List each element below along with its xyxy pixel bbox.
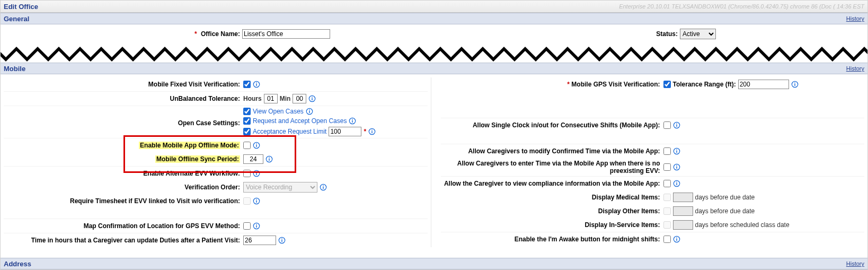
verification-order-label: Verification Order:	[4, 184, 243, 191]
acceptance-limit-link[interactable]: Acceptance Request Limit	[253, 128, 326, 135]
info-icon[interactable]	[265, 155, 273, 163]
office-name-input[interactable]	[242, 29, 330, 39]
map-confirm-checkbox[interactable]	[243, 222, 251, 230]
info-icon[interactable]	[673, 147, 680, 155]
required-asterisk: *	[364, 128, 366, 135]
section-mobile-header: Mobile History	[1, 63, 867, 74]
svg-rect-31	[256, 225, 256, 228]
enter-no-evv-label: Allow Caregivers to enter Time via the M…	[441, 160, 663, 175]
info-icon[interactable]	[308, 95, 316, 102]
svg-rect-41	[676, 123, 677, 124]
fixed-visit-checkbox[interactable]	[243, 81, 251, 88]
display-medical-checkbox	[663, 194, 671, 201]
info-icon[interactable]	[253, 81, 260, 88]
enable-alt-evv-label: Enable Alternate EVV Workflow:	[4, 170, 243, 177]
verification-order-select[interactable]: Voice Recording	[243, 182, 317, 193]
view-compliance-checkbox[interactable]	[663, 180, 671, 187]
offline-sync-input[interactable]	[243, 154, 263, 164]
display-medical-days-input	[673, 193, 693, 202]
days-before-class-text: days before scheduled class date	[695, 221, 790, 229]
display-inservice-label: Display In-Service Items:	[441, 221, 663, 229]
svg-rect-23	[256, 171, 256, 172]
info-icon[interactable]	[673, 163, 680, 171]
history-link-address[interactable]: History	[846, 260, 864, 267]
display-inservice-days-input	[673, 220, 693, 230]
info-icon[interactable]	[673, 180, 680, 187]
im-awake-checkbox[interactable]	[663, 236, 671, 243]
svg-rect-11	[352, 119, 353, 119]
svg-rect-25	[323, 187, 323, 189]
hours-input[interactable]	[264, 94, 278, 103]
days-before-due-text: days before due date	[695, 207, 755, 215]
svg-rect-53	[676, 237, 677, 238]
unbalanced-label: UnBalanced Tolerance:	[4, 95, 243, 102]
enable-offline-label: Enable Mobile App Offline Mode:	[4, 142, 243, 149]
section-general-title: General	[4, 15, 29, 23]
section-general-header: General History	[1, 13, 867, 24]
status-select[interactable]: Active	[680, 29, 716, 39]
info-icon[interactable]	[349, 117, 356, 125]
system-info: Enterprise 20.10.01 TELXSANDBOXW01 (Chro…	[619, 3, 864, 10]
info-icon[interactable]	[253, 170, 260, 177]
open-case-settings-label: Open Case Settings:	[4, 108, 243, 127]
required-asterisk: *	[194, 30, 197, 38]
min-input[interactable]	[293, 94, 306, 103]
min-word: Min	[280, 95, 291, 102]
history-link-mobile[interactable]: History	[846, 65, 864, 72]
svg-rect-32	[256, 224, 256, 224]
svg-rect-22	[256, 173, 256, 175]
info-icon[interactable]	[253, 197, 260, 205]
svg-rect-17	[256, 143, 256, 144]
tolerance-range-input[interactable]	[738, 80, 789, 89]
acceptance-limit-checkbox[interactable]	[243, 128, 251, 135]
svg-rect-52	[676, 239, 677, 241]
display-other-days-input	[673, 206, 693, 216]
info-icon[interactable]	[673, 121, 680, 129]
info-icon[interactable]	[791, 81, 799, 88]
view-open-cases-link[interactable]: View Open Cases	[253, 108, 304, 115]
acceptance-limit-input[interactable]	[329, 127, 361, 136]
svg-rect-8	[309, 109, 309, 110]
display-other-label: Display Other Items:	[441, 207, 663, 215]
info-icon[interactable]	[673, 236, 680, 243]
fixed-visit-label: Mobile Fixed Visit Verification:	[4, 81, 243, 88]
svg-rect-5	[312, 97, 313, 97]
svg-rect-34	[281, 240, 282, 242]
svg-rect-46	[676, 167, 677, 169]
section-mobile-title: Mobile	[4, 65, 25, 73]
info-icon[interactable]	[320, 184, 327, 191]
svg-rect-10	[352, 120, 353, 123]
svg-rect-47	[676, 165, 677, 166]
required-asterisk: *	[567, 81, 570, 88]
svg-rect-20	[269, 157, 269, 158]
display-medical-label: Display Medical Items:	[441, 194, 663, 201]
require-timesheet-label: Require Timesheet if EVV linked to Visit…	[4, 197, 243, 205]
info-icon[interactable]	[368, 128, 376, 135]
svg-rect-4	[312, 98, 313, 100]
single-clock-label: Allow Single Clock in/out for Consecutiv…	[441, 121, 663, 129]
enable-offline-checkbox[interactable]	[243, 142, 251, 149]
request-accept-open-cases-link[interactable]: Request and Accept Open Cases	[253, 117, 347, 125]
content-cut-divider	[1, 43, 867, 63]
enter-no-evv-checkbox[interactable]	[663, 163, 671, 171]
duties-hours-input[interactable]	[243, 236, 276, 245]
enable-alt-evv-checkbox[interactable]	[243, 170, 251, 177]
display-inservice-checkbox	[663, 221, 671, 229]
info-icon[interactable]	[253, 222, 260, 230]
info-icon[interactable]	[278, 237, 286, 244]
single-clock-checkbox[interactable]	[663, 121, 671, 129]
info-icon[interactable]	[306, 108, 313, 115]
history-link-general[interactable]: History	[846, 15, 864, 22]
require-timesheet-checkbox	[243, 197, 251, 205]
view-open-cases-checkbox[interactable]	[243, 108, 251, 115]
info-icon[interactable]	[253, 142, 260, 149]
svg-rect-35	[281, 238, 282, 239]
modify-confirmed-checkbox[interactable]	[663, 147, 671, 155]
page-title: Edit Office	[4, 3, 38, 11]
status-label: Status:	[656, 30, 678, 38]
request-accept-open-cases-checkbox[interactable]	[243, 117, 251, 125]
tolerance-range-label: Tolerance Range (ft):	[673, 81, 736, 88]
office-name-label: * Office Name:	[4, 30, 240, 38]
modify-confirmed-label: Allow Caregivers to modify Confirmed Tim…	[441, 147, 663, 155]
gps-visit-checkbox[interactable]	[663, 81, 671, 88]
